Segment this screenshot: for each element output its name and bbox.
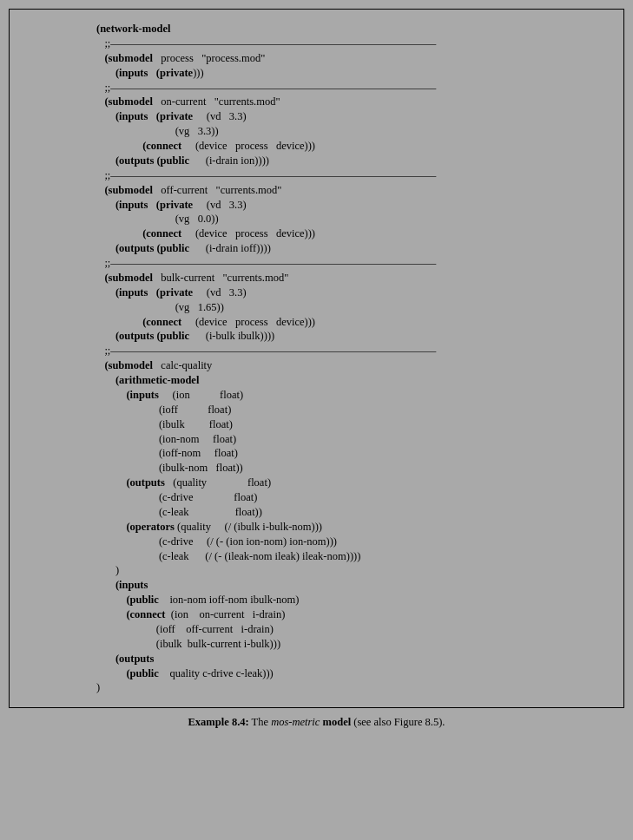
code-line: (ioff-nom float) <box>96 447 238 459</box>
code-line: (inputs (private))) <box>96 67 204 79</box>
code-line: (ibulk float) <box>96 418 233 430</box>
code-line: (c-drive float) <box>96 491 257 503</box>
page: (network-model ;;———————————————————————… <box>0 0 633 738</box>
code-line: (c-leak float)) <box>96 506 262 518</box>
code-line: (inputs (private (vd 3.3) <box>96 110 247 122</box>
code-line: (c-drive (/ (- (ion ion-nom) ion-nom))) <box>96 535 337 548</box>
code-line: (inputs (private (vd 3.3) <box>96 199 247 211</box>
code-line: (ibulk bulk-current i-bulk))) <box>96 638 280 650</box>
caption-emph: mos-metric <box>271 716 320 728</box>
code-line: (connect (device process device))) <box>96 316 315 328</box>
code-line: (vg 3.3)) <box>96 125 219 137</box>
code-line: (public ion-nom ioff-nom ibulk-nom) <box>96 594 299 606</box>
code-line: ) <box>96 681 100 693</box>
code-line: ) <box>96 564 119 576</box>
code-line: (submodel on-current "currents.mod" <box>96 95 280 108</box>
code-line: (submodel off-current "currents.mod" <box>96 184 281 196</box>
code-line: (c-leak (/ (- (ileak-nom ileak) ileak-no… <box>96 550 360 562</box>
code-line: (ioff off-current i-drain) <box>96 623 274 635</box>
code-line: (public quality c-drive c-leak))) <box>96 667 274 679</box>
code-line: ;;—————————————————————————————— <box>96 82 436 94</box>
code-line: (ioff float) <box>96 404 231 416</box>
caption-text-post: (see also Figure 8.5). <box>351 716 445 728</box>
code-line: ;;—————————————————————————————— <box>96 169 436 181</box>
code-line: ;;—————————————————————————————— <box>96 257 436 269</box>
code-line: ;;—————————————————————————————— <box>96 37 436 49</box>
code-line: (outputs <box>96 653 154 665</box>
code-line: (inputs (private (vd 3.3) <box>96 286 247 299</box>
code-line: (outputs (quality float) <box>96 476 271 489</box>
code-line: (submodel calc-quality <box>96 359 212 371</box>
code-line: (connect (device process device))) <box>96 140 315 152</box>
code-line: (inputs (ion float) <box>96 389 243 401</box>
code-line: (vg 1.65)) <box>96 301 224 313</box>
caption-text-pre: The <box>249 716 271 728</box>
caption-label: Example 8.4: <box>188 716 249 728</box>
code-listing-box: (network-model ;;———————————————————————… <box>9 9 624 708</box>
code-line: (ibulk-nom float)) <box>96 462 243 474</box>
code-line: (connect (ion on-current i-drain) <box>96 608 285 620</box>
code-line: (inputs <box>96 579 148 591</box>
code-line: (operators (quality (/ (ibulk i-bulk-nom… <box>96 521 322 533</box>
code-line: (submodel process "process.mod" <box>96 52 265 64</box>
caption-bold2: model <box>323 716 352 728</box>
code-line: (submodel bulk-current "currents.mod" <box>96 272 288 284</box>
code-line: (network-model <box>96 23 170 35</box>
code-line: (outputs (public (i-bulk ibulk)))) <box>96 330 274 342</box>
code-listing: (network-model ;;———————————————————————… <box>96 22 615 695</box>
code-line: ;;—————————————————————————————— <box>96 345 436 357</box>
code-line: (arithmetic-model <box>96 374 199 386</box>
code-line: (connect (device process device))) <box>96 227 315 240</box>
code-line: (vg 0.0)) <box>96 213 219 225</box>
code-line: (outputs (public (i-drain ioff)))) <box>96 242 271 254</box>
figure-caption: Example 8.4: The mos-metric model (see a… <box>9 715 624 730</box>
code-line: (outputs (public (i-drain ion)))) <box>96 154 269 167</box>
code-line: (ion-nom float) <box>96 433 236 445</box>
